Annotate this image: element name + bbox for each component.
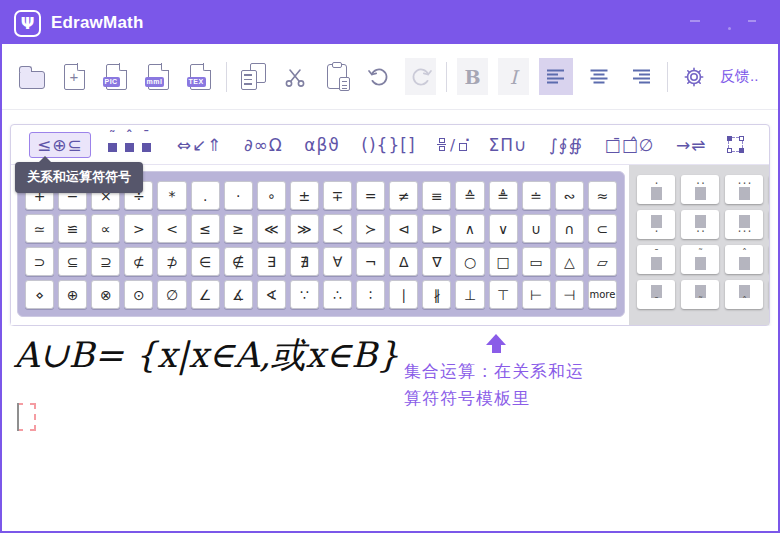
symbol-key[interactable]: ∇: [422, 247, 451, 276]
symbol-key[interactable]: ⊇: [91, 247, 120, 276]
symbol-key[interactable]: ∀: [323, 247, 352, 276]
symbol-key[interactable]: ≻: [356, 214, 385, 243]
symbol-key[interactable]: ⊆: [58, 247, 87, 276]
symbol-key[interactable]: ⊳: [422, 214, 451, 243]
settings-button[interactable]: [678, 58, 710, 96]
symbol-key[interactable]: ∾: [555, 181, 584, 210]
export-latex-button[interactable]: TEX: [184, 58, 216, 96]
symbol-key[interactable]: ≈: [588, 181, 617, 210]
align-right-button[interactable]: [625, 58, 657, 96]
symbol-key[interactable]: ∈: [191, 247, 220, 276]
category-integrals[interactable]: ∫∮∯: [541, 132, 591, 158]
accent-template-below[interactable]: ·: [637, 210, 675, 239]
more-symbols-button[interactable]: more: [588, 280, 617, 309]
close-button[interactable]: [728, 27, 731, 30]
symbol-key[interactable]: ∶: [356, 280, 385, 309]
symbol-key[interactable]: ∠: [191, 280, 220, 309]
align-left-button[interactable]: [539, 58, 573, 95]
bold-button[interactable]: B: [457, 58, 488, 95]
accent-template-above[interactable]: ···: [725, 175, 763, 204]
symbol-key[interactable]: ▱: [588, 247, 617, 276]
category-greek-letters[interactable]: αβϑ: [296, 132, 348, 158]
symbol-key[interactable]: ⊕: [58, 280, 87, 309]
accent-template-below[interactable]: ˜: [681, 280, 719, 309]
copy-button[interactable]: [237, 58, 269, 96]
symbol-key[interactable]: ≃: [25, 214, 54, 243]
italic-button[interactable]: I: [498, 58, 529, 95]
symbol-key[interactable]: ≡: [422, 181, 451, 210]
symbol-key[interactable]: □: [489, 247, 518, 276]
symbol-key[interactable]: ≜: [489, 181, 518, 210]
symbol-key[interactable]: ⊢: [522, 280, 551, 309]
symbol-key[interactable]: ±: [290, 181, 319, 210]
symbol-key[interactable]: ⊂: [588, 214, 617, 243]
symbol-key[interactable]: ⊅: [157, 247, 186, 276]
symbol-key[interactable]: ≌: [58, 214, 87, 243]
symbol-key[interactable]: ≤: [191, 214, 220, 243]
category-brackets[interactable]: (){}[]: [353, 132, 423, 158]
category-big-operators[interactable]: ΣΠ∪: [481, 132, 536, 158]
symbol-key[interactable]: ∨: [489, 214, 518, 243]
symbol-key[interactable]: *: [157, 181, 186, 210]
symbol-key[interactable]: ○: [455, 247, 484, 276]
accent-template-above[interactable]: ··: [681, 175, 719, 204]
symbol-key[interactable]: ∴: [323, 280, 352, 309]
symbol-key[interactable]: ∉: [224, 247, 253, 276]
accent-template-above[interactable]: ˜: [681, 245, 719, 274]
paste-button[interactable]: [321, 58, 353, 96]
accent-template-above[interactable]: ·: [637, 175, 675, 204]
symbol-key[interactable]: ≐: [522, 181, 551, 210]
symbol-key[interactable]: ⊣: [555, 280, 584, 309]
symbol-key[interactable]: ∧: [455, 214, 484, 243]
symbol-key[interactable]: ▭: [522, 247, 551, 276]
symbol-key[interactable]: ⊤: [489, 280, 518, 309]
symbol-key[interactable]: ⊄: [124, 247, 153, 276]
category-accents[interactable]: [96, 134, 163, 155]
symbol-key[interactable]: ∃: [257, 247, 286, 276]
category-chemistry-arrows[interactable]: →⇌: [668, 132, 715, 158]
category-box-accents[interactable]: □̄□̂∅: [597, 132, 663, 158]
maximize-button[interactable]: [748, 20, 756, 22]
symbol-key[interactable]: ⋄: [25, 280, 54, 309]
feedback-button[interactable]: 反馈..: [720, 58, 758, 96]
symbol-key[interactable]: =: [356, 181, 385, 210]
symbol-key[interactable]: ∝: [91, 214, 120, 243]
symbol-key[interactable]: ∵: [290, 280, 319, 309]
symbol-key[interactable]: ⊲: [389, 214, 418, 243]
symbol-key[interactable]: Δ: [389, 247, 418, 276]
symbol-key[interactable]: ≺: [323, 214, 352, 243]
accent-template-above[interactable]: ˆ: [725, 245, 763, 274]
symbol-key[interactable]: ⊥: [455, 280, 484, 309]
accent-template-below[interactable]: ···: [725, 210, 763, 239]
category-misc-math[interactable]: ∂∞Ω: [236, 132, 291, 158]
undo-button[interactable]: [363, 58, 395, 96]
symbol-key[interactable]: ≙: [455, 181, 484, 210]
open-file-button[interactable]: [16, 58, 48, 96]
new-file-button[interactable]: +: [58, 58, 90, 96]
symbol-key[interactable]: ⊗: [91, 280, 120, 309]
symbol-key[interactable]: ¬: [356, 247, 385, 276]
symbol-key[interactable]: ∢: [257, 280, 286, 309]
export-image-button[interactable]: PIC: [100, 58, 132, 96]
accent-template-below[interactable]: ··: [681, 210, 719, 239]
symbol-key[interactable]: ⊃: [25, 247, 54, 276]
symbol-key[interactable]: △: [555, 247, 584, 276]
equation-formula[interactable]: A∪B= {x|x∈A,或x∈B}: [14, 332, 399, 379]
cut-button[interactable]: [279, 58, 311, 96]
category-arrows[interactable]: ⇔↙⇑: [169, 132, 231, 158]
symbol-key[interactable]: >: [124, 214, 153, 243]
symbol-key[interactable]: ≫: [290, 214, 319, 243]
symbol-key[interactable]: ∦: [422, 280, 451, 309]
symbol-key[interactable]: ⊙: [124, 280, 153, 309]
accent-template-below[interactable]: ˆ: [725, 280, 763, 309]
category-fractions-scripts[interactable]: ∕: [429, 133, 475, 157]
symbol-key[interactable]: ∅: [157, 280, 186, 309]
symbol-key[interactable]: ≠: [389, 181, 418, 210]
symbol-key[interactable]: <: [157, 214, 186, 243]
symbol-key[interactable]: ∓: [323, 181, 352, 210]
accent-template-above[interactable]: ˉ: [637, 245, 675, 274]
symbol-key[interactable]: ≥: [224, 214, 253, 243]
symbol-key[interactable]: ∩: [555, 214, 584, 243]
equation-placeholder[interactable]: [17, 403, 36, 431]
symbol-key[interactable]: ≪: [257, 214, 286, 243]
